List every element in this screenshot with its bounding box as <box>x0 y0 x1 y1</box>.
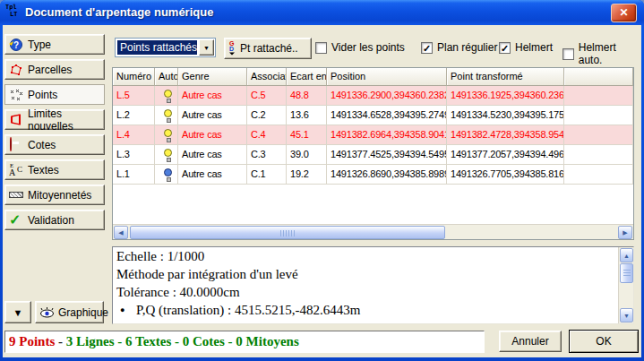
cell-autor <box>155 165 178 185</box>
cell-position: 1491336.2900,394360.2382 <box>327 86 447 106</box>
cell-association: C.1 <box>247 165 287 185</box>
svg-text:D: D <box>229 46 234 52</box>
close-icon[interactable]: ✕ <box>611 4 637 22</box>
chevron-down-icon[interactable]: ▼ <box>199 39 214 56</box>
bulb-icon <box>164 149 172 157</box>
scroll-up-icon[interactable]: ▲ <box>620 248 633 262</box>
points-icon <box>9 88 23 102</box>
cell-autor <box>155 125 178 145</box>
info-vertical-scrollbar[interactable]: ▲ ▼ <box>618 247 633 323</box>
help-icon: ? <box>9 38 23 52</box>
checkbox-label: Helmert auto. <box>579 41 641 66</box>
checkbox-helmert[interactable]: ✓ Helmert <box>499 41 553 54</box>
letters-icon: E A C <box>9 163 23 177</box>
cell-autor <box>155 106 178 125</box>
transformation-info-panel: Echelle : 1/1000 Méthode par intégration… <box>112 246 634 324</box>
table-row[interactable]: L.5 Autre cas C.5 48.8 1491336.2900,3943… <box>113 86 633 106</box>
graphique-button[interactable]: Graphique <box>35 301 104 323</box>
cell-point-transforme: 1491382.4728,394358.9548 <box>447 125 564 145</box>
checkbox-vider-les-points[interactable]: Vider les points <box>315 41 405 54</box>
scrollbar-thumb[interactable] <box>130 226 445 239</box>
sidebar-item-parcelles[interactable]: Parcelles <box>4 59 105 80</box>
scrollbar-thumb[interactable] <box>620 263 633 283</box>
status-counts: 3 Lignes - 6 Textes - 0 Cotes - 0 Mitoye… <box>66 334 299 348</box>
sidebar-item-label: Limites nouvelles <box>28 107 104 133</box>
cell-numero: L.5 <box>113 86 155 106</box>
svg-text:?: ? <box>13 40 19 50</box>
limits-icon <box>9 113 23 127</box>
checkbox-box <box>562 48 574 60</box>
table-horizontal-scrollbar[interactable]: ◀ ▶ <box>113 224 633 239</box>
table-row[interactable]: L.4 Autre cas C.4 45.1 1491382.6964,3943… <box>113 125 633 145</box>
sidebar-item-label: Validation <box>28 214 74 227</box>
scroll-down-icon[interactable]: ▼ <box>620 308 633 322</box>
column-header-point-transforme[interactable]: Point transformé <box>447 68 564 86</box>
gd-icon: G D <box>228 39 236 58</box>
app-logo-top: Tpl <box>5 4 21 11</box>
cell-position: 1491326.8690,394385.8989 <box>327 165 447 185</box>
checkbox-helmert-auto[interactable]: Helmert auto. <box>562 41 641 66</box>
cell-genre: Autre cas <box>178 145 247 165</box>
points-table: Numéro Autor Genre Association Ecart en … <box>112 67 634 240</box>
cell-filler <box>564 125 633 145</box>
ok-label: OK <box>596 335 611 348</box>
sidebar-item-mitoyennetes[interactable]: Mitoyennetés <box>4 185 105 205</box>
hatch-icon <box>9 188 23 202</box>
sidebar-item-type[interactable]: ? Type <box>4 34 105 55</box>
sidebar-item-validation[interactable]: ✓ Validation <box>4 210 105 230</box>
table-row[interactable]: L.3 Autre cas C.3 39.0 1491377.4525,3943… <box>113 145 633 165</box>
table-header: Numéro Autor Genre Association Ecart en … <box>113 68 633 86</box>
column-header-association[interactable]: Association <box>247 68 287 86</box>
sidebar-item-label: Cotes <box>28 139 56 151</box>
sidebar-item-textes[interactable]: E A C Textes <box>4 159 105 180</box>
info-line: Méthode par intégration d'un levé <box>113 265 633 283</box>
cancel-button[interactable]: Annuler <box>499 331 562 352</box>
cell-genre: Autre cas <box>178 125 247 145</box>
sidebar-item-label: Type <box>28 39 51 51</box>
cell-filler <box>564 165 633 185</box>
bullet-icon: ● <box>116 301 136 319</box>
sidebar-item-points[interactable]: Points <box>4 84 105 105</box>
graphique-label: Graphique <box>58 306 108 319</box>
collapse-button[interactable]: ▼ <box>4 301 31 323</box>
cell-association: C.5 <box>247 86 287 106</box>
cell-association: C.4 <box>247 125 287 145</box>
window-title: Document d'arpentage numérique <box>25 0 213 24</box>
column-header-position[interactable]: Position <box>327 68 447 86</box>
column-header-autor[interactable]: Autor <box>155 68 178 86</box>
cell-position: 1491334.6528,394395.2749 <box>327 106 447 125</box>
scroll-right-icon[interactable]: ▶ <box>618 226 632 239</box>
table-row[interactable]: L.2 Autre cas C.2 13.6 1491334.6528,3943… <box>113 106 633 125</box>
checkbox-box: ✓ <box>421 42 433 54</box>
column-header-numero[interactable]: Numéro <box>113 68 155 86</box>
sidebar-item-cotes[interactable]: Cotes <box>4 134 105 155</box>
pt-rattache-button[interactable]: G D Pt rattaché.. <box>224 38 312 59</box>
cell-filler <box>564 145 633 165</box>
checkmark-icon: ✓ <box>9 213 23 228</box>
bulb-icon <box>164 109 172 117</box>
scroll-left-icon[interactable]: ◀ <box>114 226 128 239</box>
column-header-ecart[interactable]: Ecart en cm <box>287 68 327 86</box>
cell-association: C.2 <box>247 106 287 125</box>
checkbox-box: ✓ <box>499 42 511 54</box>
cell-point-transforme: 1491334.5230,394395.1750 <box>447 106 564 125</box>
status-separator: - <box>55 334 66 348</box>
ok-button[interactable]: OK <box>569 330 639 353</box>
cell-point-transforme: 1491336.1925,394360.2364 <box>447 86 564 106</box>
sidebar-item-label: Mitoyennetés <box>28 189 91 202</box>
table-row[interactable]: L.1 Autre cas C.1 19.2 1491326.8690,3943… <box>113 165 633 185</box>
cell-ecart: 39.0 <box>287 145 327 165</box>
view-select-value: Points rattachés <box>117 40 197 55</box>
no-entry-icon <box>9 138 23 152</box>
cell-genre: Autre cas <box>178 106 247 125</box>
column-header-genre[interactable]: Genre <box>178 68 247 86</box>
sidebar-item-limites-nouvelles[interactable]: Limites nouvelles <box>4 109 105 130</box>
checkbox-plan-regulier[interactable]: ✓ Plan régulier <box>421 41 497 54</box>
title-bar[interactable]: Tpl LT Document d'arpentage numérique ✕ <box>0 0 644 25</box>
cell-point-transforme: 1491377.2057,394394.4966 <box>447 145 564 165</box>
cell-position: 1491377.4525,394394.5495 <box>327 145 447 165</box>
view-select[interactable]: Points rattachés ▼ <box>115 38 216 57</box>
eye-icon <box>39 305 55 320</box>
app-logo-bottom: LT <box>5 11 21 18</box>
info-line-text: P,Q (translation) : 4515.5215,-482.6443m <box>136 303 360 317</box>
